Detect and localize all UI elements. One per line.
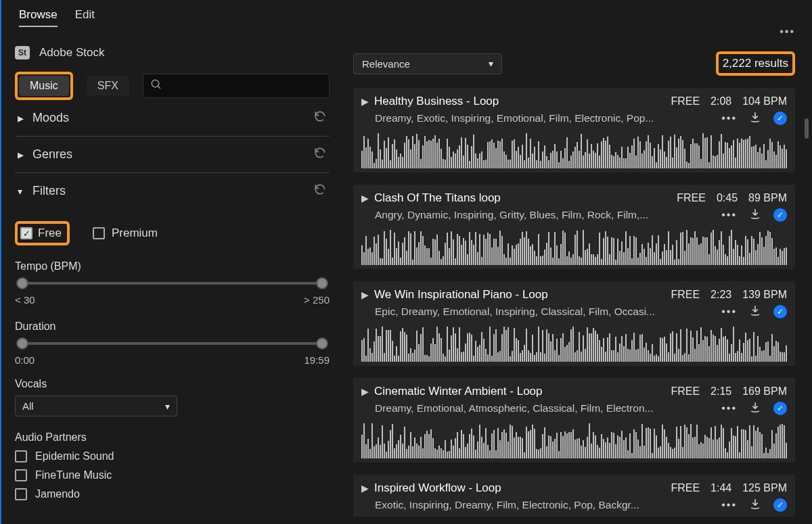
chevron-down-icon: ▾ — [489, 58, 493, 69]
section-label: Moods — [32, 111, 69, 125]
more-menu-button[interactable]: ••• — [780, 26, 795, 38]
waveform[interactable] — [361, 421, 787, 458]
section-filters[interactable]: ▾ Filters — [15, 173, 330, 209]
track-bpm: 139 BPM — [742, 289, 787, 301]
tempo-min-value: < 30 — [15, 294, 35, 306]
track-title: Healthy Business - Loop — [374, 95, 499, 108]
licensed-badge-icon[interactable]: ✓ — [773, 498, 787, 512]
reset-filters-button[interactable] — [313, 183, 327, 199]
checkbox-premium-label: Premium — [112, 227, 158, 240]
sort-dropdown[interactable]: Relevance ▾ — [353, 53, 502, 74]
tempo-min-knob[interactable] — [16, 277, 28, 289]
tempo-max-knob[interactable] — [316, 277, 328, 289]
checkbox-premium[interactable] — [93, 227, 105, 239]
licensed-badge-icon[interactable]: ✓ — [773, 112, 787, 125]
download-icon[interactable] — [749, 401, 761, 416]
checkbox-partner[interactable] — [15, 469, 27, 481]
track-more-button[interactable]: ••• — [721, 402, 737, 414]
track-bpm: 104 BPM — [742, 95, 787, 108]
tempo-track[interactable] — [19, 282, 325, 285]
duration-min-knob[interactable] — [16, 337, 28, 350]
duration-slider: Duration 0:00 19:59 — [15, 320, 330, 366]
track-more-button[interactable]: ••• — [721, 209, 737, 221]
waveform[interactable] — [361, 131, 787, 168]
track-bpm: 89 BPM — [748, 192, 787, 204]
checkbox-partner[interactable] — [15, 450, 27, 462]
tab-browse[interactable]: Browse — [19, 8, 58, 27]
partner-label: Jamendo — [35, 488, 80, 500]
section-label: Filters — [32, 184, 66, 198]
play-button[interactable]: ▶ — [361, 193, 369, 204]
reset-genres-button[interactable] — [313, 146, 327, 163]
waveform[interactable] — [361, 325, 787, 362]
section-label: Genres — [32, 147, 72, 162]
track-duration: 0:45 — [717, 192, 738, 204]
section-moods[interactable]: ▸ Moods — [15, 100, 330, 137]
track-duration: 2:08 — [710, 95, 731, 108]
segment-music[interactable]: Music — [19, 76, 69, 96]
partner-item: Jamendo — [15, 488, 330, 500]
left-border — [0, 0, 1, 524]
waveform[interactable] — [361, 228, 787, 265]
play-button[interactable]: ▶ — [361, 386, 369, 397]
duration-min-value: 0:00 — [15, 354, 35, 366]
track-duration: 2:15 — [710, 385, 731, 398]
source-label: Adobe Stock — [39, 46, 104, 59]
search-icon — [150, 78, 162, 93]
adobe-stock-icon: St — [15, 46, 30, 59]
source-row: St Adobe Stock — [15, 46, 330, 59]
partners-label: Audio Partners — [15, 431, 330, 444]
chevron-down-icon: ▾ — [18, 186, 32, 197]
tempo-max-value: > 250 — [304, 294, 330, 306]
track-more-button[interactable]: ••• — [721, 306, 737, 318]
chevron-right-icon: ▸ — [18, 147, 32, 162]
segment-row: Music SFX — [15, 72, 330, 100]
track-title: We Win Inspirational Piano - Loop — [374, 288, 548, 302]
track-free-badge: FREE — [671, 482, 700, 494]
duration-max-knob[interactable] — [316, 337, 328, 350]
track-tags: Angry, Dynamic, Inspiring, Gritty, Blues… — [375, 209, 713, 221]
download-icon[interactable] — [749, 304, 761, 319]
filters-panel: Browse Edit St Adobe Stock Music SFX ▸ M… — [1, 0, 343, 524]
chevron-right-icon: ▸ — [18, 111, 32, 126]
tab-edit[interactable]: Edit — [75, 8, 95, 27]
duration-track[interactable] — [19, 342, 325, 345]
segment-sfx[interactable]: SFX — [87, 76, 129, 96]
track-tags: Dreamy, Exotic, Inspiring, Emotional, Fi… — [375, 112, 713, 124]
play-button[interactable]: ▶ — [361, 96, 369, 107]
track-bpm: 125 BPM — [742, 482, 787, 494]
track-item: ▶Cinematic Winter Ambient - LoopFREE2:15… — [353, 378, 795, 462]
reset-moods-button[interactable] — [313, 110, 327, 126]
download-icon[interactable] — [749, 208, 761, 222]
play-button[interactable]: ▶ — [361, 483, 369, 494]
play-button[interactable]: ▶ — [361, 289, 369, 300]
track-free-badge: FREE — [671, 385, 700, 398]
scrollbar-thumb[interactable] — [805, 118, 809, 139]
download-icon[interactable] — [749, 498, 761, 513]
track-title: Cinematic Winter Ambient - Loop — [374, 385, 543, 398]
vocals-dropdown[interactable]: All ▾ — [15, 396, 177, 416]
download-icon[interactable] — [749, 111, 761, 126]
track-more-button[interactable]: ••• — [721, 499, 737, 511]
duration-max-value: 19:59 — [304, 354, 330, 366]
track-item: ▶Clash Of The Titans loopFREE0:4589 BPMA… — [353, 185, 795, 269]
track-more-button[interactable]: ••• — [721, 112, 737, 124]
checkbox-partner[interactable] — [15, 488, 27, 500]
price-filter-row: ✓ Free Premium — [15, 221, 330, 245]
svg-point-0 — [152, 80, 159, 87]
vocals-label: Vocals — [15, 378, 330, 390]
track-duration: 1:44 — [710, 482, 731, 494]
section-genres[interactable]: ▸ Genres — [15, 137, 330, 173]
partners-block: Audio Partners Epidemic Sound FineTune M… — [15, 431, 330, 507]
partner-item: FineTune Music — [15, 469, 330, 481]
licensed-badge-icon[interactable]: ✓ — [773, 305, 787, 318]
checkbox-free[interactable]: ✓ — [20, 227, 32, 239]
track-title: Inspired Workflow - Loop — [374, 481, 501, 495]
highlight-music: Music — [15, 72, 73, 100]
licensed-badge-icon[interactable]: ✓ — [773, 402, 787, 415]
partner-item: Epidemic Sound — [15, 450, 330, 462]
track-tags: Epic, Dreamy, Emotional, Inspiring, Clas… — [375, 306, 713, 318]
track-item: ▶Healthy Business - LoopFREE2:08104 BPMD… — [353, 88, 795, 172]
search-input[interactable] — [143, 74, 330, 98]
licensed-badge-icon[interactable]: ✓ — [773, 208, 787, 222]
